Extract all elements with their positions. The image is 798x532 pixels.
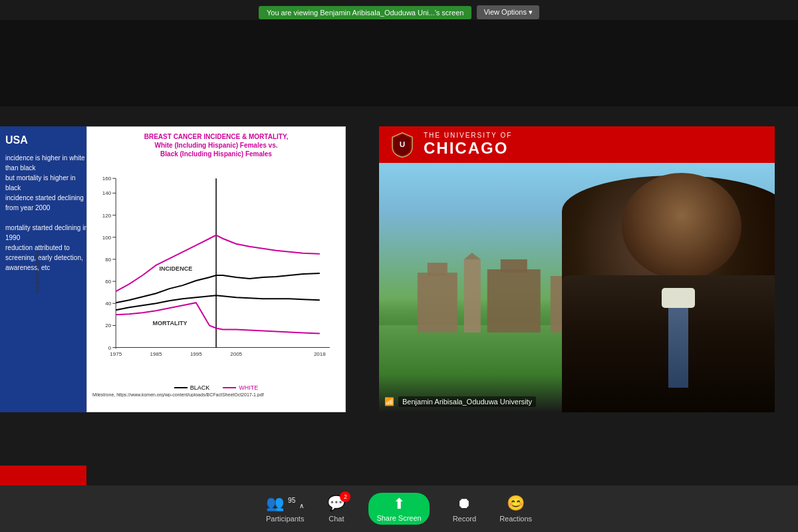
svg-rect-35 xyxy=(501,259,527,273)
chart-svg: RATE PER 100,000 0 20 40 60 xyxy=(92,162,340,382)
svg-text:1975: 1975 xyxy=(110,351,122,357)
record-button[interactable]: ⏺ Record xyxy=(453,495,476,523)
svg-text:2005: 2005 xyxy=(230,351,242,357)
blue-sidebar: USA incidence is higher in white than bl… xyxy=(0,126,93,412)
university-shield-logo: U xyxy=(389,132,416,158)
svg-text:INCIDENCE: INCIDENCE xyxy=(160,265,193,272)
red-panel-bottom xyxy=(0,466,86,485)
speaker-info: 📶 Benjamin Aribisala_Oduduwa University xyxy=(384,396,536,407)
reactions-icon: 😊 xyxy=(507,495,525,512)
participants-icon: 👥 95 ∧ xyxy=(266,495,304,512)
record-icon: ⏺ xyxy=(457,495,471,512)
legend-black: BLACK xyxy=(174,384,210,391)
share-screen-label: Share Screen xyxy=(376,514,421,522)
slide-panel: USA incidence is higher in white than bl… xyxy=(0,20,379,485)
notification-bar: You are viewing Benjamin Aribisala_Odudu… xyxy=(259,5,539,19)
reactions-label: Reactions xyxy=(499,515,532,523)
svg-text:U: U xyxy=(400,140,405,148)
svg-text:1985: 1985 xyxy=(150,351,162,357)
reactions-button[interactable]: 😊 Reactions xyxy=(499,495,532,523)
signal-icon: 📶 xyxy=(384,397,394,406)
svg-rect-31 xyxy=(428,263,448,276)
svg-text:120: 120 xyxy=(102,213,112,219)
svg-text:RATE PER 100,000: RATE PER 100,000 xyxy=(35,251,40,293)
chart-area: BREAST CANCER INCIDENCE & MORTALITY, Whi… xyxy=(86,126,346,412)
svg-text:80: 80 xyxy=(105,257,111,263)
video-panel: U THE UNIVERSITY OF CHICAGO xyxy=(379,126,775,412)
record-label: Record xyxy=(453,515,476,523)
svg-text:140: 140 xyxy=(102,190,112,196)
speaker-name: Benjamin Aribisala_Oduduwa University xyxy=(398,396,536,407)
notification-text: You are viewing Benjamin Aribisala_Odudu… xyxy=(259,6,471,19)
toolbar: 👥 95 ∧ Participants 💬 2 Chat ⬆ Share Scr… xyxy=(0,485,798,532)
svg-rect-34 xyxy=(487,269,541,332)
svg-rect-32 xyxy=(464,259,481,332)
bullet-text: incidence is higher in white than black … xyxy=(5,153,88,273)
source-text: Milestrone, https://www.komen.org/wp-con… xyxy=(92,392,340,397)
usa-title: USA xyxy=(5,133,88,148)
main-content: USA incidence is higher in white than bl… xyxy=(0,20,798,485)
svg-text:2018: 2018 xyxy=(314,351,326,357)
participants-button[interactable]: 👥 95 ∧ Participants xyxy=(266,495,304,523)
chat-icon: 💬 2 xyxy=(327,495,345,512)
university-header: U THE UNIVERSITY OF CHICAGO xyxy=(379,126,775,163)
svg-text:20: 20 xyxy=(105,323,111,329)
legend-white: WHITE xyxy=(223,384,258,391)
svg-marker-33 xyxy=(464,253,481,259)
svg-text:40: 40 xyxy=(105,301,111,307)
svg-text:0: 0 xyxy=(108,345,112,351)
chart-legend: BLACK WHITE xyxy=(92,384,340,391)
svg-text:MORTALITY: MORTALITY xyxy=(152,320,187,327)
university-name-block: THE UNIVERSITY OF CHICAGO xyxy=(424,132,512,158)
view-options-button[interactable]: View Options ▾ xyxy=(477,5,539,19)
share-screen-icon: ⬆ xyxy=(393,495,405,513)
university-subtitle: THE UNIVERSITY OF xyxy=(424,132,512,139)
participants-count: 95 xyxy=(288,497,295,504)
svg-text:1995: 1995 xyxy=(190,351,202,357)
svg-text:160: 160 xyxy=(102,176,112,182)
chart-title: BREAST CANCER INCIDENCE & MORTALITY, Whi… xyxy=(92,132,340,158)
svg-text:100: 100 xyxy=(102,235,112,241)
svg-text:60: 60 xyxy=(105,279,111,285)
share-screen-button[interactable]: ⬆ Share Screen xyxy=(368,493,429,525)
university-main-title: CHICAGO xyxy=(424,139,512,158)
speaker-area xyxy=(542,163,775,412)
chat-button[interactable]: 💬 2 Chat xyxy=(327,495,345,523)
participants-label: Participants xyxy=(266,515,304,523)
chat-label: Chat xyxy=(329,515,344,523)
video-content: 📶 Benjamin Aribisala_Oduduwa University xyxy=(379,163,775,412)
chat-badge: 2 xyxy=(340,491,350,502)
svg-rect-30 xyxy=(418,273,458,332)
